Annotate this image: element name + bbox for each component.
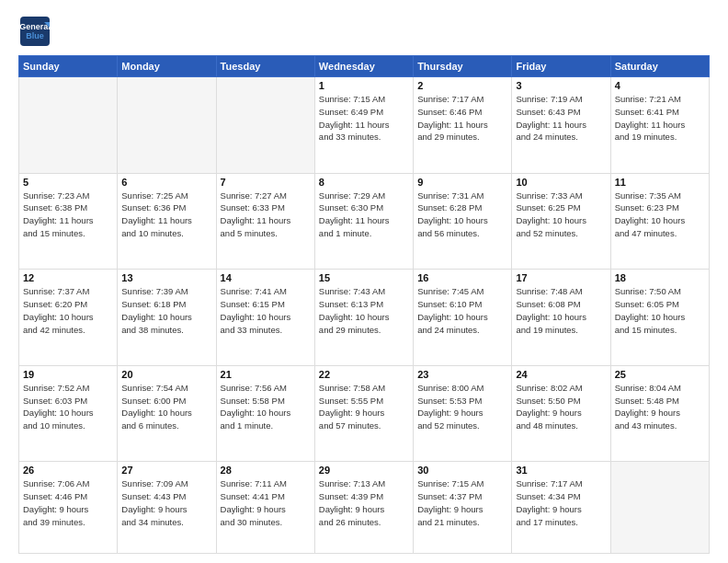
day-number: 8 [319,177,409,188]
day-info: Sunrise: 7:11 AMSunset: 4:41 PMDaylight:… [221,477,311,528]
day-info: Sunrise: 7:21 AMSunset: 6:41 PMDaylight:… [615,93,705,144]
week-row-2: 5Sunrise: 7:23 AMSunset: 6:38 PMDaylight… [19,173,710,270]
day-info: Sunrise: 7:13 AMSunset: 4:39 PMDaylight:… [319,477,409,528]
weekday-wednesday: Wednesday [314,56,413,77]
day-info: Sunrise: 7:39 AMSunset: 6:18 PMDaylight:… [121,285,211,336]
calendar-cell: 31Sunrise: 7:17 AMSunset: 4:34 PMDayligh… [512,462,610,554]
day-number: 5 [23,177,113,188]
day-info: Sunrise: 8:00 AMSunset: 5:53 PMDaylight:… [417,382,507,432]
day-info: Sunrise: 7:17 AMSunset: 4:34 PMDaylight:… [516,477,606,528]
day-number: 11 [615,177,705,188]
calendar-cell: 23Sunrise: 8:00 AMSunset: 5:53 PMDayligh… [414,365,512,462]
calendar-cell: 28Sunrise: 7:11 AMSunset: 4:41 PMDayligh… [216,462,314,554]
day-number: 15 [319,272,409,283]
weekday-header-row: SundayMondayTuesdayWednesdayThursdayFrid… [19,56,710,77]
week-row-3: 12Sunrise: 7:37 AMSunset: 6:20 PMDayligh… [19,270,710,366]
calendar-cell: 13Sunrise: 7:39 AMSunset: 6:18 PMDayligh… [118,270,216,366]
day-info: Sunrise: 8:02 AMSunset: 5:50 PMDaylight:… [516,382,606,432]
day-number: 30 [417,465,507,476]
day-info: Sunrise: 7:17 AMSunset: 6:46 PMDaylight:… [417,93,507,144]
calendar-table: SundayMondayTuesdayWednesdayThursdayFrid… [18,55,710,554]
calendar-cell: 14Sunrise: 7:41 AMSunset: 6:15 PMDayligh… [216,270,314,366]
day-info: Sunrise: 7:37 AMSunset: 6:20 PMDaylight:… [23,285,113,336]
day-number: 27 [121,465,211,476]
day-number: 17 [516,272,606,283]
weekday-saturday: Saturday [610,56,709,77]
day-info: Sunrise: 7:41 AMSunset: 6:15 PMDaylight:… [221,285,311,336]
calendar-cell [118,77,216,174]
day-number: 23 [417,369,507,380]
calendar-cell: 5Sunrise: 7:23 AMSunset: 6:38 PMDaylight… [19,173,118,270]
day-info: Sunrise: 7:54 AMSunset: 6:00 PMDaylight:… [121,382,211,432]
day-info: Sunrise: 7:06 AMSunset: 4:46 PMDaylight:… [23,477,113,528]
day-info: Sunrise: 7:15 AMSunset: 6:49 PMDaylight:… [319,93,409,144]
day-number: 12 [23,272,113,283]
day-number: 10 [516,177,606,188]
calendar-cell: 30Sunrise: 7:15 AMSunset: 4:37 PMDayligh… [414,462,512,554]
day-info: Sunrise: 7:33 AMSunset: 6:25 PMDaylight:… [516,190,606,240]
day-number: 16 [417,272,507,283]
calendar-cell: 2Sunrise: 7:17 AMSunset: 6:46 PMDaylight… [414,77,512,174]
day-number: 7 [221,177,311,188]
day-number: 19 [23,369,113,380]
calendar-cell: 17Sunrise: 7:48 AMSunset: 6:08 PMDayligh… [512,270,610,366]
calendar-cell: 15Sunrise: 7:43 AMSunset: 6:13 PMDayligh… [314,270,413,366]
day-info: Sunrise: 7:29 AMSunset: 6:30 PMDaylight:… [319,190,409,240]
day-info: Sunrise: 7:25 AMSunset: 6:36 PMDaylight:… [121,190,211,240]
day-info: Sunrise: 7:43 AMSunset: 6:13 PMDaylight:… [319,285,409,336]
calendar-cell: 7Sunrise: 7:27 AMSunset: 6:33 PMDaylight… [216,173,314,270]
day-number: 6 [121,177,211,188]
day-info: Sunrise: 7:48 AMSunset: 6:08 PMDaylight:… [516,285,606,336]
calendar-cell: 10Sunrise: 7:33 AMSunset: 6:25 PMDayligh… [512,173,610,270]
day-number: 28 [221,465,311,476]
day-info: Sunrise: 7:31 AMSunset: 6:28 PMDaylight:… [417,190,507,240]
calendar-cell: 22Sunrise: 7:58 AMSunset: 5:55 PMDayligh… [314,365,413,462]
day-number: 24 [516,369,606,380]
week-row-5: 26Sunrise: 7:06 AMSunset: 4:46 PMDayligh… [19,462,710,554]
day-number: 4 [615,80,705,91]
week-row-4: 19Sunrise: 7:52 AMSunset: 6:03 PMDayligh… [19,365,710,462]
calendar-cell [19,77,118,174]
day-number: 2 [417,80,507,91]
calendar-cell: 8Sunrise: 7:29 AMSunset: 6:30 PMDaylight… [314,173,413,270]
weekday-tuesday: Tuesday [216,56,314,77]
calendar-cell: 18Sunrise: 7:50 AMSunset: 6:05 PMDayligh… [610,270,709,366]
logo-icon: General Blue [18,15,51,48]
header: General Blue [18,15,710,48]
day-number: 18 [615,272,705,283]
day-number: 31 [516,465,606,476]
day-info: Sunrise: 7:27 AMSunset: 6:33 PMDaylight:… [221,190,311,240]
day-info: Sunrise: 8:04 AMSunset: 5:48 PMDaylight:… [615,382,705,432]
calendar-cell: 27Sunrise: 7:09 AMSunset: 4:43 PMDayligh… [118,462,216,554]
calendar-cell: 29Sunrise: 7:13 AMSunset: 4:39 PMDayligh… [314,462,413,554]
day-number: 22 [319,369,409,380]
calendar-cell [610,462,709,554]
day-number: 25 [615,369,705,380]
calendar-cell: 3Sunrise: 7:19 AMSunset: 6:43 PMDaylight… [512,77,610,174]
calendar-cell: 20Sunrise: 7:54 AMSunset: 6:00 PMDayligh… [118,365,216,462]
calendar-cell: 11Sunrise: 7:35 AMSunset: 6:23 PMDayligh… [610,173,709,270]
calendar-cell: 25Sunrise: 8:04 AMSunset: 5:48 PMDayligh… [610,365,709,462]
day-info: Sunrise: 7:58 AMSunset: 5:55 PMDaylight:… [319,382,409,432]
day-number: 20 [121,369,211,380]
weekday-monday: Monday [118,56,216,77]
day-info: Sunrise: 7:50 AMSunset: 6:05 PMDaylight:… [615,285,705,336]
day-info: Sunrise: 7:23 AMSunset: 6:38 PMDaylight:… [23,190,113,240]
day-info: Sunrise: 7:09 AMSunset: 4:43 PMDaylight:… [121,477,211,528]
calendar-cell: 16Sunrise: 7:45 AMSunset: 6:10 PMDayligh… [414,270,512,366]
day-info: Sunrise: 7:35 AMSunset: 6:23 PMDaylight:… [615,190,705,240]
calendar-cell: 24Sunrise: 8:02 AMSunset: 5:50 PMDayligh… [512,365,610,462]
weekday-friday: Friday [512,56,610,77]
day-number: 21 [221,369,311,380]
calendar-cell: 4Sunrise: 7:21 AMSunset: 6:41 PMDaylight… [610,77,709,174]
day-number: 1 [319,80,409,91]
calendar-cell [216,77,314,174]
day-number: 9 [417,177,507,188]
week-row-1: 1Sunrise: 7:15 AMSunset: 6:49 PMDaylight… [19,77,710,174]
day-number: 29 [319,465,409,476]
calendar-cell: 1Sunrise: 7:15 AMSunset: 6:49 PMDaylight… [314,77,413,174]
day-number: 14 [221,272,311,283]
day-info: Sunrise: 7:45 AMSunset: 6:10 PMDaylight:… [417,285,507,336]
day-number: 13 [121,272,211,283]
weekday-thursday: Thursday [414,56,512,77]
